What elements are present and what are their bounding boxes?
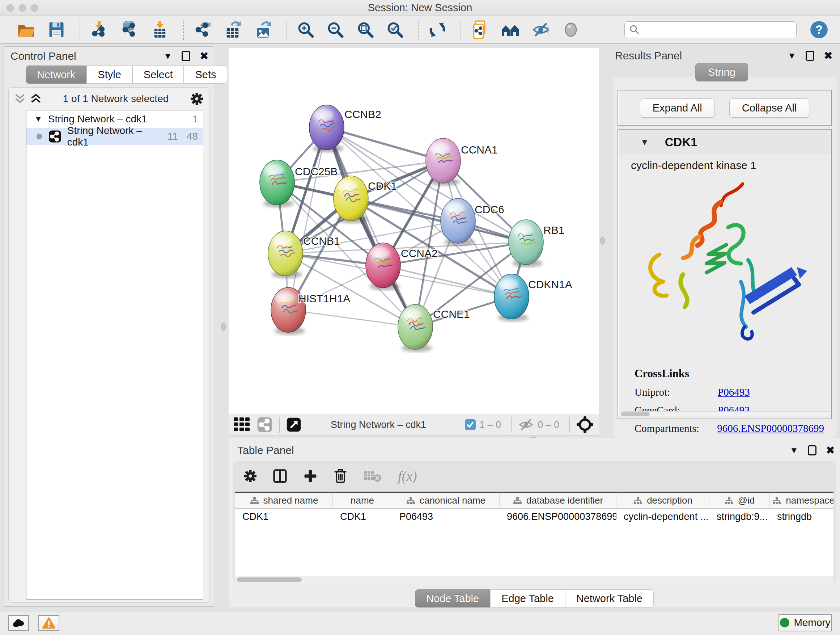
node-table[interactable]: shared namenamecanonical namedatabase id… [235, 492, 834, 576]
network-node-ccne1[interactable] [398, 304, 433, 352]
collapse-all-icon[interactable] [14, 93, 25, 105]
zoom-selected-icon[interactable] [386, 20, 404, 39]
zoom-fit-icon[interactable] [356, 20, 374, 39]
tab-sets[interactable]: Sets [184, 65, 227, 84]
network-status-dot [36, 134, 42, 139]
node-label-cdc25b: CDC25B [295, 165, 338, 177]
column-header-@id[interactable]: @id [709, 493, 770, 508]
panel-float-icon[interactable] [806, 51, 814, 61]
panel-close-icon[interactable]: ✖ [826, 444, 835, 456]
hidden-eye-icon [518, 417, 534, 432]
memory-button[interactable]: Memory [778, 614, 832, 631]
grid-view-icon[interactable] [234, 417, 250, 432]
tab-string[interactable]: String [695, 63, 748, 81]
table-cell: stringdb [770, 509, 834, 524]
import-database-icon[interactable] [120, 20, 139, 39]
open-session-icon[interactable] [17, 20, 35, 39]
left-splitter-handle[interactable] [221, 323, 226, 331]
network-node-ccnb2[interactable] [309, 105, 344, 152]
protein-section-header[interactable]: ▼ CDK1 [619, 130, 831, 154]
network-node-ccna1[interactable] [426, 138, 461, 186]
column-header-shared-name[interactable]: shared name [235, 493, 333, 508]
column-header-canonical-name[interactable]: canonical name [392, 493, 500, 508]
houses-icon[interactable] [501, 20, 520, 39]
zoom-in-icon[interactable] [297, 20, 315, 39]
import-table-icon[interactable] [150, 20, 169, 39]
panel-float-icon[interactable] [182, 51, 190, 61]
tab-network-table[interactable]: Network Table [565, 589, 654, 608]
show-columns-icon[interactable] [273, 469, 287, 483]
table-options-gear-icon[interactable] [244, 470, 257, 483]
panel-float-icon[interactable] [808, 445, 816, 455]
toolbar-search[interactable] [624, 21, 797, 38]
results-scrollbar[interactable] [620, 411, 829, 416]
selected-checkbox-icon[interactable] [465, 419, 476, 430]
table-hscrollbar[interactable] [235, 576, 834, 583]
network-node-ccnb1[interactable] [268, 231, 303, 279]
toolbar-separator [461, 19, 461, 40]
table-cell: P06493 [392, 509, 500, 524]
node-label-ccnb1: CCNB1 [303, 235, 340, 247]
export-table-icon[interactable] [224, 20, 242, 39]
eye-icon [562, 20, 580, 39]
tab-edge-table[interactable]: Edge Table [490, 589, 565, 608]
search-input[interactable] [640, 24, 785, 36]
export-network-icon[interactable] [193, 20, 212, 39]
tab-network[interactable]: Network [26, 65, 87, 84]
help-icon[interactable]: ? [810, 20, 829, 39]
network-canvas[interactable]: CCNB2CCNA1CDC25BCDK1CDC6RB1CCNB1CCNA2CDK… [229, 48, 599, 414]
panel-collapse-icon[interactable]: ▼ [790, 445, 798, 455]
tab-select[interactable]: Select [133, 65, 184, 84]
network-collection-label: String Network – cdk1 [48, 113, 147, 125]
tree-expander-icon[interactable]: ▼ [34, 114, 42, 124]
eye-slash-icon[interactable] [531, 20, 550, 39]
panel-close-icon[interactable]: ✖ [824, 49, 833, 62]
network-node-rb1[interactable] [508, 220, 543, 267]
column-header-database-identifier[interactable]: database identifier [500, 493, 616, 508]
network-tree-child-row[interactable]: String Network – cdk1 11 48 [27, 128, 203, 145]
toolbar-separator [286, 19, 287, 40]
column-header-description[interactable]: description [616, 493, 709, 508]
save-session-icon[interactable] [47, 20, 66, 39]
toolbar-separator [418, 19, 418, 40]
protein-name: CDK1 [665, 135, 698, 149]
document-network-icon[interactable] [471, 20, 489, 39]
export-image-icon[interactable] [254, 20, 273, 39]
panel-close-icon[interactable]: ✖ [200, 50, 209, 62]
control-panel-tabs: NetworkStyleSelectSets [26, 65, 227, 84]
expand-all-icon[interactable] [30, 93, 41, 105]
tab-style[interactable]: Style [87, 65, 132, 84]
network-edge-count: 48 [187, 131, 198, 142]
network-edge[interactable] [288, 310, 415, 327]
cloud-status-button[interactable] [8, 615, 29, 631]
panel-collapse-icon[interactable]: ▼ [788, 51, 796, 61]
network-edge[interactable] [288, 127, 327, 310]
tab-node-table[interactable]: Node Table [415, 589, 490, 608]
column-header-name[interactable]: name [333, 493, 392, 508]
import-network-icon[interactable] [90, 20, 109, 39]
birdseye-icon[interactable] [286, 417, 302, 432]
warning-status-button[interactable] [38, 615, 59, 631]
network-share-icon[interactable] [257, 417, 273, 432]
delete-column-icon[interactable] [333, 469, 347, 484]
network-options-gear-icon[interactable] [190, 92, 203, 105]
network-list-box: 1 of 1 Network selected ▼ String Network… [8, 87, 210, 603]
collapse-all-button[interactable]: Collapse All [729, 98, 810, 118]
table-row[interactable]: CDK1CDK1P064939606.ENSP00000378699cyclin… [235, 509, 834, 524]
crosslink-label: Uniprot: [635, 386, 718, 398]
crosslink-link[interactable]: P06493 [718, 386, 750, 398]
zoom-out-icon[interactable] [326, 20, 344, 39]
expand-all-button[interactable]: Expand All [640, 98, 715, 118]
current-network-title: String Network – cdk1 [331, 419, 465, 431]
crosslink-row: Uniprot:P06493 [635, 386, 824, 398]
panel-collapse-icon[interactable]: ▼ [164, 51, 172, 61]
network-node-cdkn1a[interactable] [494, 274, 529, 321]
crosslink-link[interactable]: 9606.ENSP00000378699 [717, 423, 824, 434]
table-cell: cyclin-dependent ... [616, 509, 709, 524]
network-node-cdc25b[interactable] [260, 160, 294, 207]
add-column-icon[interactable] [303, 469, 317, 483]
section-expander-icon[interactable]: ▼ [640, 137, 649, 147]
crosshair-icon[interactable] [576, 416, 594, 433]
column-header-namespace[interactable]: namespace [770, 493, 834, 508]
refresh-icon[interactable] [428, 20, 447, 39]
